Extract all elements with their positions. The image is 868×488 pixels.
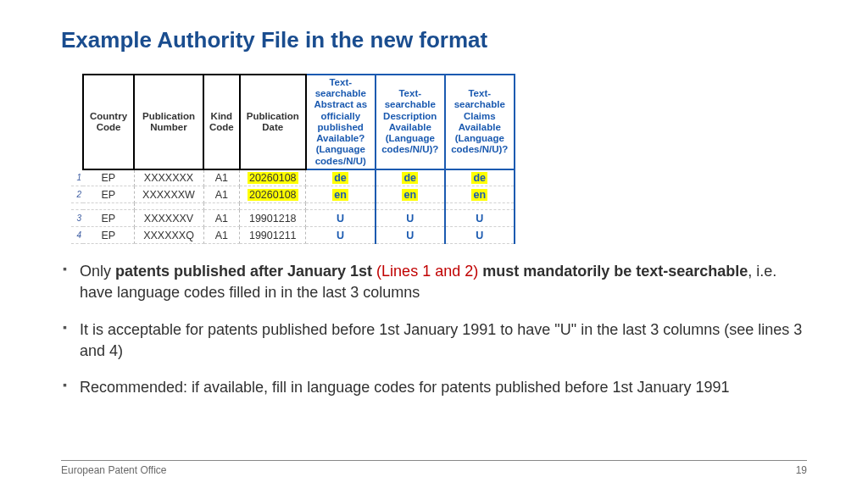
header-pub-number: Publication Number xyxy=(134,75,203,169)
cell-kind-code: A1 xyxy=(203,169,240,186)
authority-table-wrap: Country Code Publication Number Kind Cod… xyxy=(71,74,807,244)
cell-description: U xyxy=(376,227,445,244)
cell-pub-date: 19901218 xyxy=(240,210,306,227)
header-pub-date: Publication Date xyxy=(240,75,306,169)
cell-kind-code: A1 xyxy=(203,227,240,244)
cell-abstract: U xyxy=(306,210,376,227)
bullet-1-bold1: patents published after January 1st xyxy=(115,263,376,280)
highlight: en xyxy=(471,189,487,201)
header-country-code: Country Code xyxy=(83,75,134,169)
table-row: 2EPXXXXXXWA120260108enenen xyxy=(71,186,515,203)
cell-abstract: de xyxy=(306,169,376,186)
cell-country-code: EP xyxy=(83,210,134,227)
cell-pub-number: XXXXXXV xyxy=(134,210,203,227)
header-rownum xyxy=(71,75,83,169)
header-kind-code: Kind Code xyxy=(203,75,240,169)
highlight: en xyxy=(402,189,418,201)
cell-country-code: EP xyxy=(83,186,134,203)
cell-description: U xyxy=(376,210,445,227)
header-description: Text-searchable Description Available (L… xyxy=(376,75,445,169)
cell-kind-code: A1 xyxy=(203,210,240,227)
row-number: 4 xyxy=(71,227,83,244)
highlight: de xyxy=(402,172,418,184)
authority-table: Country Code Publication Number Kind Cod… xyxy=(71,74,515,244)
table-row-gap xyxy=(71,203,515,210)
cell-description: en xyxy=(376,186,445,203)
highlight: 20260108 xyxy=(248,189,298,201)
table-row: 3EPXXXXXXVA119901218UUU xyxy=(71,210,515,227)
row-number: 3 xyxy=(71,210,83,227)
cell-description: de xyxy=(376,169,445,186)
highlight: 20260108 xyxy=(248,172,298,184)
cell-pub-date: 20260108 xyxy=(240,186,306,203)
cell-pub-date: 19901211 xyxy=(240,227,306,244)
footer-page: 19 xyxy=(796,464,807,476)
header-abstract: Text-searchable Abstract as officially p… xyxy=(306,75,376,169)
table-row: 4EPXXXXXXQA119901211UUU xyxy=(71,227,515,244)
bullet-1-red: (Lines 1 and 2) xyxy=(376,263,482,280)
bullet-1-lead: Only xyxy=(80,263,115,280)
bullet-3: Recommended: if available, fill in langu… xyxy=(61,377,807,398)
footer: European Patent Office 19 xyxy=(61,460,807,476)
highlight: en xyxy=(332,189,348,201)
cell-claims: U xyxy=(445,227,515,244)
row-number: 1 xyxy=(71,169,83,186)
cell-abstract: en xyxy=(306,186,376,203)
cell-pub-number: XXXXXXW xyxy=(134,186,203,203)
footer-org: European Patent Office xyxy=(61,464,167,476)
cell-country-code: EP xyxy=(83,169,134,186)
highlight: de xyxy=(471,172,487,184)
bullet-2: It is acceptable for patents published b… xyxy=(61,319,807,362)
cell-claims: de xyxy=(445,169,515,186)
cell-pub-number: XXXXXXX xyxy=(134,169,203,186)
cell-claims: en xyxy=(445,186,515,203)
bullet-list: Only patents published after January 1st… xyxy=(61,261,807,398)
cell-country-code: EP xyxy=(83,227,134,244)
highlight: de xyxy=(332,172,348,184)
bullet-1-bold2: must mandatorily be text-searchable xyxy=(482,263,748,280)
cell-claims: U xyxy=(445,210,515,227)
row-number: 2 xyxy=(71,186,83,203)
cell-pub-number: XXXXXXQ xyxy=(134,227,203,244)
page-title: Example Authority File in the new format xyxy=(61,27,807,53)
cell-pub-date: 20260108 xyxy=(240,169,306,186)
bullet-1: Only patents published after January 1st… xyxy=(61,261,807,303)
table-row: 1EPXXXXXXXA120260108dedede xyxy=(71,169,515,186)
header-claims: Text-searchable Claims Available (Langua… xyxy=(445,75,515,169)
cell-kind-code: A1 xyxy=(203,186,240,203)
cell-abstract: U xyxy=(306,227,376,244)
